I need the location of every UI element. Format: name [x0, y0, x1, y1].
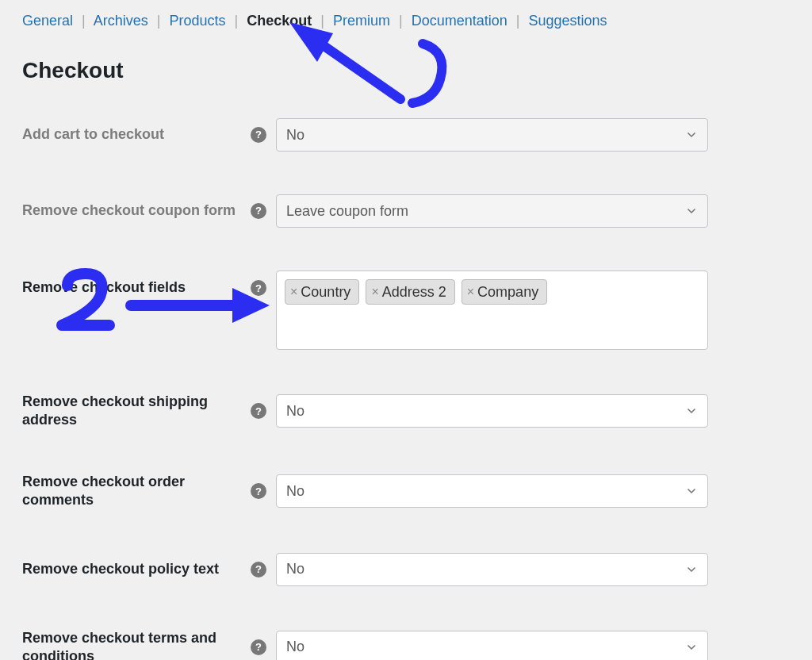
label-shipping: Remove checkout shipping address: [22, 393, 244, 430]
tag-company: × Company: [462, 279, 547, 305]
select-comments[interactable]: No: [276, 474, 708, 508]
settings-tabs: General | Archives | Products | Checkout…: [22, 13, 790, 29]
row-policy: Remove checkout policy text ? No: [22, 553, 790, 586]
row-shipping: Remove checkout shipping address ? No: [22, 393, 790, 430]
tab-checkout[interactable]: Checkout: [247, 13, 312, 29]
label-add-cart: Add cart to checkout: [22, 125, 164, 144]
page-title: Checkout: [22, 58, 790, 83]
settings-form: Add cart to checkout ? No Remove checkou…: [22, 118, 790, 660]
help-icon[interactable]: ?: [251, 639, 266, 655]
help-icon[interactable]: ?: [251, 403, 266, 419]
select-value: Leave coupon form: [286, 203, 408, 220]
select-value: No: [286, 127, 304, 144]
tab-separator: |: [399, 13, 403, 29]
tab-premium[interactable]: Premium: [333, 13, 390, 29]
row-terms: Remove checkout terms and conditions ? N…: [22, 629, 790, 660]
select-policy[interactable]: No: [276, 553, 708, 586]
remove-tag-icon[interactable]: ×: [290, 286, 297, 298]
help-icon[interactable]: ?: [251, 562, 266, 578]
multiselect-remove-fields[interactable]: × Country × Address 2 × Company: [276, 271, 708, 350]
select-value: No: [286, 561, 304, 578]
row-remove-fields: Remove checkout fields ? × Country × Add…: [22, 271, 790, 350]
label-coupon: Remove checkout coupon form: [22, 201, 236, 220]
tab-separator: |: [157, 13, 161, 29]
row-add-cart: Add cart to checkout ? No: [22, 118, 790, 152]
select-shipping[interactable]: No: [276, 394, 708, 428]
chevron-down-icon: [685, 205, 698, 217]
tab-separator: |: [235, 13, 239, 29]
tag-label: Address 2: [382, 284, 446, 301]
tab-archives[interactable]: Archives: [94, 13, 148, 29]
select-value: No: [286, 639, 304, 655]
select-add-cart[interactable]: No: [276, 118, 708, 152]
select-coupon[interactable]: Leave coupon form: [276, 194, 708, 228]
chevron-down-icon: [685, 405, 698, 417]
select-terms[interactable]: No: [276, 631, 708, 660]
label-comments: Remove checkout order comments: [22, 473, 244, 510]
label-terms: Remove checkout terms and conditions: [22, 629, 244, 660]
tab-suggestions[interactable]: Suggestions: [529, 13, 607, 29]
row-comments: Remove checkout order comments ? No: [22, 473, 790, 510]
tab-general[interactable]: General: [22, 13, 73, 29]
tag-label: Company: [477, 284, 538, 301]
chevron-down-icon: [685, 563, 698, 576]
tag-address2: × Address 2: [366, 279, 454, 305]
tag-country: × Country: [285, 279, 359, 305]
tag-label: Country: [301, 284, 350, 301]
remove-tag-icon[interactable]: ×: [467, 286, 474, 298]
help-icon[interactable]: ?: [251, 127, 266, 143]
chevron-down-icon: [685, 485, 698, 497]
tab-separator: |: [82, 13, 86, 29]
help-icon[interactable]: ?: [251, 203, 266, 219]
label-policy: Remove checkout policy text: [22, 560, 219, 578]
tab-separator: |: [516, 13, 520, 29]
select-value: No: [286, 483, 304, 500]
chevron-down-icon: [685, 641, 698, 654]
tab-products[interactable]: Products: [170, 13, 226, 29]
label-remove-fields: Remove checkout fields: [22, 278, 186, 297]
tab-separator: |: [320, 13, 324, 29]
row-coupon: Remove checkout coupon form ? Leave coup…: [22, 194, 790, 228]
chevron-down-icon: [685, 129, 698, 141]
help-icon[interactable]: ?: [251, 280, 266, 296]
help-icon[interactable]: ?: [251, 483, 266, 499]
remove-tag-icon[interactable]: ×: [371, 286, 378, 298]
tab-documentation[interactable]: Documentation: [412, 13, 508, 29]
select-value: No: [286, 403, 304, 420]
